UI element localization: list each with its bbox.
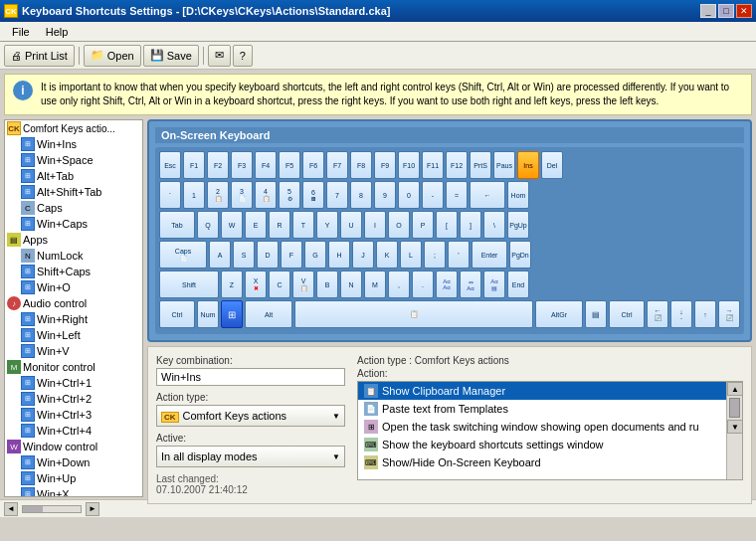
tree-item-winleft[interactable]: ⊞ Win+Left: [5, 327, 142, 343]
horizontal-scrollbar[interactable]: [22, 505, 82, 513]
tree-item-shiftcaps[interactable]: ⊞ Shift+Caps: [5, 264, 142, 279]
tree-item-monitor[interactable]: M Monitor control: [5, 359, 142, 375]
tree-item-winup[interactable]: ⊞ Win+Up: [5, 470, 142, 486]
key-f3[interactable]: F3: [231, 151, 253, 179]
key-q[interactable]: Q: [197, 211, 219, 239]
open-button[interactable]: 📁 Open: [84, 45, 141, 67]
tree-item-winspace[interactable]: ⊞ Win+Space: [5, 152, 142, 168]
scroll-down-button[interactable]: ▼: [727, 420, 743, 434]
action-item-onscreen-keyboard[interactable]: ⌨ Show/Hide On-Screen Keyboard: [358, 453, 726, 471]
key-l[interactable]: L: [400, 241, 422, 269]
tree-item-window-control[interactable]: W Window control: [5, 439, 142, 454]
key-up[interactable]: ↑: [694, 300, 716, 328]
key-rbracket[interactable]: ]: [460, 211, 481, 239]
key-f10[interactable]: F10: [398, 151, 420, 179]
h-scroll-thumb[interactable]: [23, 506, 43, 512]
key-apps[interactable]: ▤: [585, 300, 607, 328]
key-d[interactable]: D: [257, 241, 279, 269]
key-lbracket[interactable]: [: [436, 211, 458, 239]
key-pgup[interactable]: PgUp: [507, 211, 529, 239]
key-f5[interactable]: F5: [279, 151, 300, 179]
key-rshift[interactable]: ⇔ Aα: [460, 270, 481, 298]
key-semicolon[interactable]: ;: [424, 241, 446, 269]
key-altgr[interactable]: AltGr: [535, 300, 583, 328]
key-f6[interactable]: F6: [302, 151, 324, 179]
key-r[interactable]: R: [269, 211, 290, 239]
key-esc[interactable]: Esc: [159, 151, 181, 179]
key-5[interactable]: 5⚙: [279, 181, 300, 209]
key-m[interactable]: M: [364, 270, 386, 298]
key-z[interactable]: Z: [221, 270, 243, 298]
tree-item-apps[interactable]: ▤ Apps: [5, 232, 142, 248]
key-1[interactable]: 1: [183, 181, 205, 209]
key-h[interactable]: H: [328, 241, 350, 269]
key-j[interactable]: J: [352, 241, 374, 269]
action-item-task-switching[interactable]: ⊞ Open the task switching window showing…: [358, 418, 726, 436]
key-numlock[interactable]: Num: [197, 300, 219, 328]
key-6[interactable]: 6🖥: [302, 181, 324, 209]
key-comma[interactable]: ,: [388, 270, 410, 298]
key-k[interactable]: K: [376, 241, 398, 269]
key-t[interactable]: T: [292, 211, 314, 239]
menu-help[interactable]: Help: [38, 24, 77, 40]
key-y[interactable]: Y: [316, 211, 338, 239]
key-f7[interactable]: F7: [326, 151, 348, 179]
key-i[interactable]: I: [364, 211, 386, 239]
key-pgdn[interactable]: PgDn: [509, 241, 531, 269]
close-button[interactable]: ✕: [736, 4, 752, 18]
key-down[interactable]: ↓-: [670, 300, 692, 328]
key-s[interactable]: S: [233, 241, 255, 269]
key-del[interactable]: Del: [541, 151, 563, 179]
key-x[interactable]: X✖: [245, 270, 267, 298]
key-alt[interactable]: Alt: [245, 300, 292, 328]
action-item-shortcuts-settings[interactable]: ⌨ Show the keyboard shortcuts settings w…: [358, 436, 726, 453]
tree-item-wino[interactable]: ⊞ Win+O: [5, 279, 142, 295]
key-f9[interactable]: F9: [374, 151, 396, 179]
key-c[interactable]: C: [269, 270, 290, 298]
key-f1[interactable]: F1: [183, 151, 205, 179]
tree-item-winctrl2[interactable]: ⊞ Win+Ctrl+2: [5, 391, 142, 407]
tree-item-winx[interactable]: ⊞ Win+X: [5, 486, 142, 497]
tree-item-windown[interactable]: ⊞ Win+Down: [5, 454, 142, 470]
tree-item-alttab[interactable]: ⊞ Alt+Tab: [5, 168, 142, 184]
save-button[interactable]: 💾 Save: [143, 45, 199, 67]
key-home[interactable]: Hom: [507, 181, 529, 209]
key-b[interactable]: B: [316, 270, 338, 298]
key-capslock[interactable]: Caps📄: [159, 241, 207, 269]
tree-item-winctrl1[interactable]: ⊞ Win+Ctrl+1: [5, 375, 142, 391]
print-list-button[interactable]: 🖨 Print List: [4, 45, 75, 67]
key-backslash[interactable]: \: [483, 211, 505, 239]
key-period[interactable]: .: [412, 270, 434, 298]
tree-item-winins[interactable]: ⊞ Win+Ins: [5, 136, 142, 152]
key-lctrl[interactable]: Ctrl: [159, 300, 195, 328]
key-o[interactable]: O: [388, 211, 410, 239]
key-quote[interactable]: ': [448, 241, 470, 269]
key-7[interactable]: 7: [326, 181, 348, 209]
key-enter[interactable]: Enter: [472, 241, 507, 269]
help-button[interactable]: ?: [233, 45, 253, 67]
key-tab[interactable]: Tab: [159, 211, 195, 239]
key-prtsc[interactable]: PrtS: [470, 151, 491, 179]
action-type-select[interactable]: CK Comfort Keys actions ▼: [156, 405, 345, 427]
key-equals[interactable]: =: [446, 181, 468, 209]
action-item-paste-templates[interactable]: 📄 Paste text from Templates: [358, 400, 726, 418]
tree-item-winv[interactable]: ⊞ Win+V: [5, 343, 142, 359]
key-0[interactable]: 0: [398, 181, 420, 209]
key-2[interactable]: 2📋: [207, 181, 229, 209]
key-4[interactable]: 4📋: [255, 181, 277, 209]
tree-item-audio[interactable]: ♪ Audio control: [5, 295, 142, 311]
scroll-right-button[interactable]: ►: [86, 502, 99, 516]
key-f4[interactable]: F4: [255, 151, 277, 179]
key-minus[interactable]: -: [422, 181, 444, 209]
key-lshift[interactable]: Shift: [159, 270, 219, 298]
key-f2[interactable]: F2: [207, 151, 229, 179]
key-g[interactable]: G: [304, 241, 326, 269]
tree-item-altshifttab[interactable]: ⊞ Alt+Shift+Tab: [5, 184, 142, 200]
key-slash[interactable]: Aα Aα: [436, 270, 458, 298]
key-right[interactable]: →🔄: [718, 300, 740, 328]
key-backspace[interactable]: ←: [470, 181, 505, 209]
tree-item-comfort-keys[interactable]: CK Comfort Keys actio...: [5, 120, 142, 136]
key-win[interactable]: ⊞: [221, 300, 243, 328]
key-w[interactable]: W: [221, 211, 243, 239]
key-3[interactable]: 3📄: [231, 181, 253, 209]
